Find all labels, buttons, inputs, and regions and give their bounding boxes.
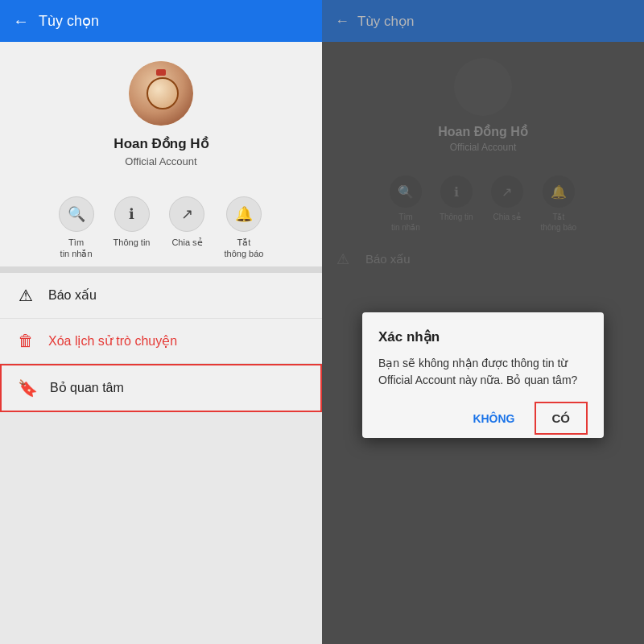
left-header-title: Tùy chọn — [39, 12, 99, 30]
right-back-arrow: ← — [335, 13, 349, 30]
action-buttons: 🔍 Tìmtin nhắn ℹ Thông tin ↗ Chia sẻ 🔔 Tắ… — [0, 184, 322, 266]
back-button[interactable]: ← — [13, 12, 29, 31]
menu-item-delete[interactable]: 🗑 Xóa lịch sử trò chuyện — [0, 319, 322, 364]
right-panel: ← Tùy chọn Hoan Đồng Hồ Official Account… — [322, 0, 644, 644]
share-icon: ↗ — [169, 196, 204, 232]
search-icon: 🔍 — [59, 196, 94, 232]
dialog-overlay: Xác nhận Bạn sẽ không nhận được thông ti… — [322, 42, 644, 644]
action-share-label: Chia sẻ — [171, 237, 202, 248]
dialog-title: Xác nhận — [378, 328, 588, 345]
menu-unfollow-label: Bỏ quan tâm — [50, 380, 124, 395]
profile-section: Hoan Đồng Hồ Official Account — [0, 42, 322, 184]
right-header-title: Tùy chọn — [357, 13, 414, 30]
dialog-actions: KHÔNG CÓ — [378, 402, 588, 438]
right-background: Hoan Đồng Hồ Official Account 🔍 Tìmtin n… — [322, 42, 644, 644]
menu-delete-label: Xóa lịch sử trò chuyện — [48, 333, 177, 349]
avatar — [129, 61, 193, 126]
left-panel: ← Tùy chọn Hoan Đồng Hồ Official Account… — [0, 0, 322, 644]
action-share[interactable]: ↗ Chia sẻ — [169, 196, 204, 260]
divider — [0, 266, 322, 273]
action-info-label: Thông tin — [114, 237, 151, 248]
info-icon: ℹ — [114, 196, 150, 232]
right-header: ← Tùy chọn — [322, 0, 644, 42]
profile-subtitle: Official Account — [125, 155, 196, 167]
warning-icon: ⚠ — [16, 286, 35, 305]
left-header: ← Tùy chọn — [0, 0, 322, 42]
profile-name: Hoan Đồng Hồ — [114, 135, 208, 152]
action-search[interactable]: 🔍 Tìmtin nhắn — [59, 196, 94, 260]
bell-icon: 🔔 — [226, 196, 262, 232]
confirmation-dialog: Xác nhận Bạn sẽ không nhận được thông ti… — [362, 312, 604, 438]
bookmark-slash-icon: 🔖 — [18, 378, 37, 398]
action-mute[interactable]: 🔔 Tắtthông báo — [224, 196, 263, 260]
dialog-yes-button[interactable]: CÓ — [535, 402, 588, 435]
action-search-label: Tìmtin nhắn — [60, 237, 93, 260]
dialog-no-button[interactable]: KHÔNG — [460, 404, 527, 433]
avatar-image — [129, 61, 193, 126]
menu-item-unfollow[interactable]: 🔖 Bỏ quan tâm — [0, 364, 322, 412]
action-info[interactable]: ℹ Thông tin — [114, 196, 151, 260]
trash-icon: 🗑 — [16, 332, 35, 350]
menu-report-label: Báo xấu — [48, 287, 97, 303]
dialog-body: Bạn sẽ không nhận được thông tin từ Offi… — [378, 355, 588, 389]
menu-item-report[interactable]: ⚠ Báo xấu — [0, 273, 322, 319]
action-mute-label: Tắtthông báo — [224, 237, 263, 260]
